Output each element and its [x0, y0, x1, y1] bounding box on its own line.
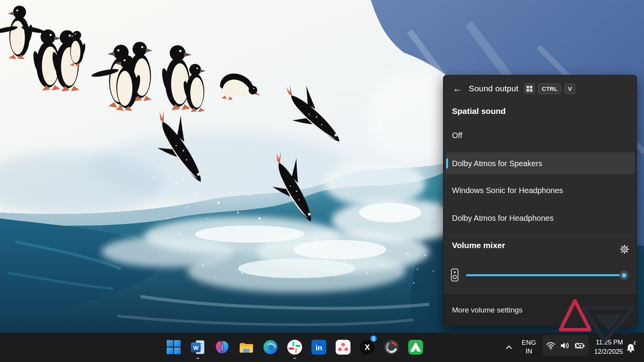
volume-icon	[560, 341, 570, 350]
option-label: Dolby Atmos for Speakers	[452, 159, 542, 168]
svg-text:in: in	[316, 344, 322, 352]
option-dolby-atmos-speakers[interactable]: Dolby Atmos for Speakers	[446, 153, 635, 174]
back-button[interactable]: ←	[452, 83, 463, 94]
bell-dnd-icon: z Z	[626, 341, 637, 353]
more-volume-settings-link[interactable]: More volume settings	[443, 293, 637, 327]
svg-text:X: X	[365, 343, 370, 351]
ring-chart-app-icon	[384, 339, 399, 355]
volume-mixer-heading: Volume mixer	[452, 241, 505, 250]
tray-date: 12/2/2025	[594, 347, 623, 357]
volume-slider-thumb[interactable]	[619, 271, 629, 280]
folder-icon	[238, 339, 254, 355]
section-divider	[443, 235, 637, 236]
taskbar: W	[0, 333, 644, 362]
language-line2: IN	[526, 347, 532, 356]
windows-start-icon	[166, 340, 181, 355]
output-device-mute-button[interactable]	[451, 268, 459, 282]
option-label: Dolby Atmos for Headphones	[452, 214, 553, 223]
sound-output-header: ← Sound output CTRL V	[443, 82, 637, 96]
edge-icon	[263, 339, 278, 355]
taskbar-file-explorer-button[interactable]	[235, 334, 257, 360]
taskbar-edge-button[interactable]	[260, 334, 281, 360]
taskbar-ring-app-button[interactable]	[381, 334, 402, 360]
option-label: Windows Sonic for Headphones	[452, 186, 563, 195]
running-indicator	[197, 358, 199, 359]
volume-slider-track[interactable]	[466, 274, 624, 276]
word-icon: W	[190, 339, 206, 355]
tray-time: 11:25 PM	[596, 338, 623, 347]
language-switcher-button[interactable]: ENG IN	[518, 337, 539, 358]
tray-overflow-chevron-button[interactable]	[502, 339, 516, 355]
copilot-icon	[214, 339, 230, 355]
option-dolby-atmos-headphones[interactable]: Dolby Atmos for Headphones	[446, 207, 635, 229]
option-label: Off	[452, 131, 462, 140]
speaker-cabinet-icon	[451, 268, 459, 282]
option-windows-sonic-headphones[interactable]: Windows Sonic for Headphones	[446, 179, 635, 201]
svg-text:W: W	[193, 345, 199, 351]
volume-mixer-settings-button[interactable]	[619, 243, 630, 255]
wifi-icon	[546, 341, 555, 350]
taskbar-copilot-button[interactable]	[211, 334, 233, 360]
desktop: ← Sound output CTRL V Spatial sound Off …	[0, 0, 644, 362]
svg-text:z: z	[630, 346, 632, 350]
linkedin-icon: in	[311, 339, 327, 355]
taskbar-x-button[interactable]: X 1	[356, 334, 378, 360]
taskbar-linkedin-button[interactable]: in	[308, 334, 330, 360]
quick-settings-button[interactable]	[543, 335, 589, 356]
battery-saver-icon	[574, 341, 585, 350]
footer-label: More volume settings	[452, 306, 523, 314]
panel-title: Sound output	[469, 84, 518, 93]
svg-text:Z: Z	[633, 341, 636, 345]
taskbar-slack-button[interactable]	[284, 334, 306, 360]
x-notification-badge: 1	[370, 335, 377, 342]
windows-key-icon	[524, 83, 535, 94]
start-button[interactable]	[163, 334, 185, 360]
ctrl-key-badge: CTRL	[538, 83, 561, 94]
clock-button[interactable]: 11:25 PM 12/2/2025	[590, 336, 623, 358]
keyboard-shortcut-hint: CTRL V	[524, 83, 575, 94]
running-indicator	[294, 358, 296, 359]
spatial-sound-heading: Spatial sound	[452, 106, 506, 116]
sound-output-flyout: ← Sound output CTRL V Spatial sound Off …	[443, 75, 637, 327]
slack-icon	[287, 339, 302, 355]
option-off[interactable]: Off	[446, 124, 635, 146]
taskbar-feedly-button[interactable]	[405, 334, 427, 360]
asana-icon	[335, 339, 351, 355]
gear-icon	[620, 245, 629, 254]
chevron-up-icon	[505, 345, 512, 350]
taskbar-word-button[interactable]: W	[187, 334, 209, 360]
notification-bell-button[interactable]: z Z	[624, 338, 639, 357]
taskbar-asana-button[interactable]	[332, 334, 354, 360]
selection-accent-pill	[446, 158, 448, 169]
feedly-icon	[408, 339, 423, 355]
language-line1: ENG	[522, 339, 536, 347]
v-key-badge: V	[564, 83, 575, 94]
